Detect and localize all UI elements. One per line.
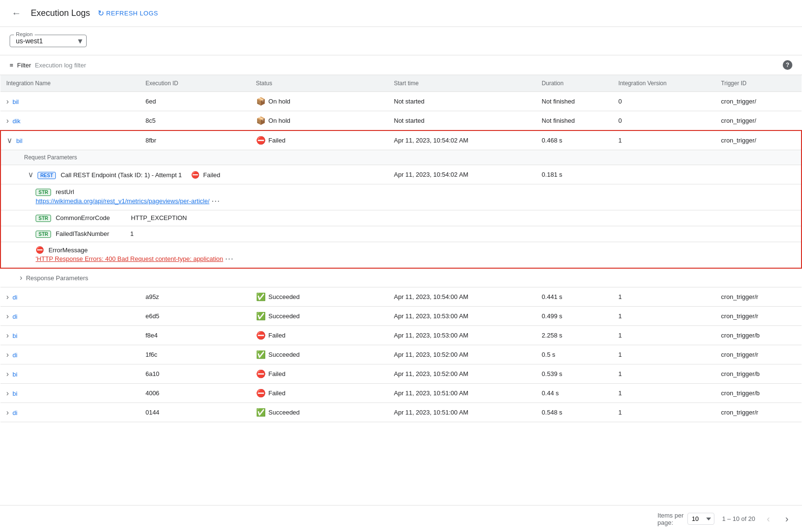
trigger-id: cron_trigger/ xyxy=(715,111,802,131)
expand-button[interactable]: › xyxy=(6,293,9,301)
col-status: Status xyxy=(250,75,388,92)
response-expand-button[interactable]: › xyxy=(20,273,22,282)
status-cell: ⛔ Failed xyxy=(256,369,383,378)
status-label: Failed xyxy=(269,389,285,397)
str-badge: STR xyxy=(36,231,51,238)
field-row-resturl: STR restUrl https://wikimedia.org/api/re… xyxy=(0,184,802,210)
region-section: Region us-west1 ▾ xyxy=(0,27,802,55)
help-icon[interactable]: ? xyxy=(783,60,792,70)
task-failed-icon: ⛔ xyxy=(191,171,199,179)
filter-button[interactable]: ≡ Filter xyxy=(10,62,31,69)
failed-icon: ⛔ xyxy=(256,136,266,145)
col-trigger-id: Trigger ID xyxy=(715,75,802,92)
status-cell: 📦 On hold xyxy=(256,116,383,125)
expand-button[interactable]: › xyxy=(6,117,9,125)
filter-label: Filter xyxy=(17,62,31,69)
task-start-time: Apr 11, 2023, 10:54:02 AM xyxy=(388,165,536,184)
trigger-id: cron_trigger/ xyxy=(715,130,802,150)
task-expand-button[interactable]: ∨ xyxy=(28,170,34,179)
col-integration-name: Integration Name xyxy=(0,75,140,92)
status-label: On hold xyxy=(269,117,291,124)
table-row: › di e6d5 ✅ Succeeded Apr 11, 2023, 10:5… xyxy=(0,307,802,326)
field-name: CommonErrorCode xyxy=(56,214,110,221)
integration-name-link[interactable]: bi xyxy=(13,371,17,378)
field-row-errormessage: ⛔ ErrorMessage 'HTTP Response Errors: 40… xyxy=(0,242,802,269)
integration-name-link[interactable]: di xyxy=(13,351,17,359)
rest-badge: REST xyxy=(38,172,56,179)
execution-id: 6a10 xyxy=(140,364,250,384)
duration: 0.441 s xyxy=(536,287,612,307)
expand-button[interactable]: › xyxy=(6,389,9,398)
field-name: restUrl xyxy=(56,188,74,195)
str-badge: STR xyxy=(36,215,51,222)
status-label: Failed xyxy=(269,370,285,377)
execution-id: 6ed xyxy=(140,92,250,111)
rest-task-row: ∨ REST Call REST Endpoint (Task ID: 1) -… xyxy=(0,165,802,184)
integration-name-link[interactable]: bil xyxy=(16,137,23,144)
refresh-button[interactable]: ↻ REFRESH LOGS xyxy=(98,9,158,18)
request-params-label: Request Parameters xyxy=(24,154,77,161)
rest-url-value[interactable]: https://wikimedia.org/api/rest_v1/metric… xyxy=(36,197,209,205)
trigger-id: cron_trigger/r xyxy=(715,307,802,326)
status-cell: ✅ Succeeded xyxy=(256,292,383,301)
status-cell: ⛔ Failed xyxy=(256,389,383,398)
succeeded-icon: ✅ xyxy=(256,350,266,359)
col-duration: Duration xyxy=(536,75,612,92)
table-row: › bi 4006 ⛔ Failed Apr 11, 2023, 10:51:0… xyxy=(0,384,802,403)
expand-button[interactable]: › xyxy=(6,331,9,340)
start-time: Not started xyxy=(388,111,536,131)
table-row: › bi f8e4 ⛔ Failed Apr 11, 2023, 10:53:0… xyxy=(0,326,802,345)
execution-id: e6d5 xyxy=(140,307,250,326)
status-cell: ✅ Succeeded xyxy=(256,311,383,321)
table-row: › bil 6ed 📦 On hold Not started Not fini… xyxy=(0,92,802,111)
status-label: Failed xyxy=(269,332,285,339)
execution-id: 8fbr xyxy=(140,130,250,150)
filter-bar: ≡ Filter Execution log filter ? xyxy=(0,55,802,75)
error-message-value[interactable]: 'HTTP Response Errors: 400 Bad Request c… xyxy=(36,255,223,262)
duration: Not finished xyxy=(536,111,612,131)
task-status: Failed xyxy=(203,171,220,179)
integration-name-link[interactable]: di xyxy=(13,409,17,416)
status-label: Succeeded xyxy=(269,351,300,358)
version: 1 xyxy=(613,130,715,150)
version: 1 xyxy=(613,384,715,403)
start-time: Apr 11, 2023, 10:53:00 AM xyxy=(388,307,536,326)
field-row-tasknumber: STR FailedlTaskNumber 1 xyxy=(0,226,802,242)
onhold-icon: 📦 xyxy=(256,97,266,106)
region-selector[interactable]: Region us-west1 ▾ xyxy=(10,35,87,47)
response-params-label: Response Parameters xyxy=(26,274,88,282)
integration-name-link[interactable]: di xyxy=(13,313,17,320)
expand-button[interactable]: › xyxy=(6,312,9,321)
integration-name-link[interactable]: bi xyxy=(13,332,17,339)
status-cell: ✅ Succeeded xyxy=(256,350,383,359)
error-ellipsis-button[interactable]: ··· xyxy=(225,254,234,264)
str-badge: STR xyxy=(36,189,51,196)
integration-name-link[interactable]: dik xyxy=(13,117,21,125)
duration: 0.499 s xyxy=(536,307,612,326)
version: 1 xyxy=(613,287,715,307)
version: 1 xyxy=(613,345,715,364)
status-label: Succeeded xyxy=(269,409,300,416)
start-time: Apr 11, 2023, 10:54:00 AM xyxy=(388,287,536,307)
integration-name-link[interactable]: di xyxy=(13,294,17,301)
trigger-id: cron_trigger/b xyxy=(715,364,802,384)
expand-button[interactable]: › xyxy=(6,408,9,417)
start-time: Apr 11, 2023, 10:51:00 AM xyxy=(388,403,536,422)
field-name: FailedlTaskNumber xyxy=(56,230,109,237)
expand-button[interactable]: › xyxy=(6,97,9,106)
expand-button[interactable]: › xyxy=(6,370,9,378)
integration-name-link[interactable]: bi xyxy=(13,390,17,397)
version: 1 xyxy=(613,307,715,326)
table-header: Integration Name Execution ID Status Sta… xyxy=(0,75,802,92)
back-button[interactable]: ← xyxy=(10,6,23,21)
trigger-id: cron_trigger/r xyxy=(715,287,802,307)
status-cell: ⛔ Failed xyxy=(256,331,383,340)
field-row-errorcode: STR CommonErrorCode HTTP_EXCEPTION xyxy=(0,210,802,226)
integration-name-link[interactable]: bil xyxy=(13,98,19,105)
url-ellipsis-button[interactable]: ··· xyxy=(211,196,220,206)
version: 1 xyxy=(613,403,715,422)
start-time: Apr 11, 2023, 10:52:00 AM xyxy=(388,364,536,384)
expand-button[interactable]: ∨ xyxy=(7,136,13,145)
expand-button[interactable]: › xyxy=(6,350,9,359)
region-dropdown-arrow: ▾ xyxy=(78,36,82,46)
